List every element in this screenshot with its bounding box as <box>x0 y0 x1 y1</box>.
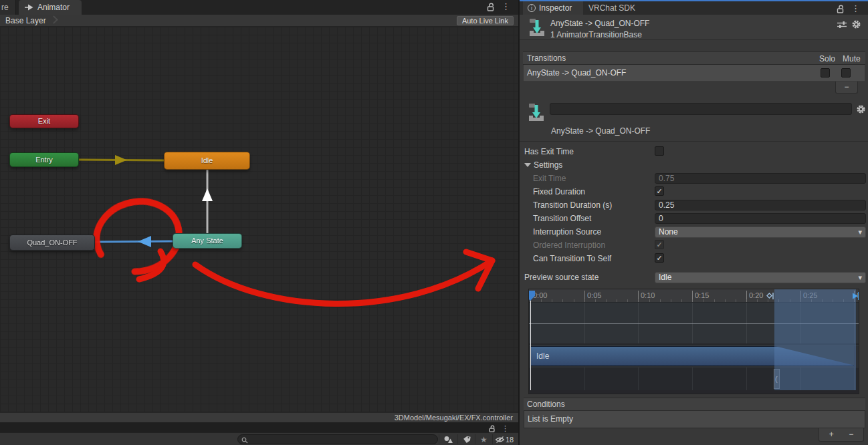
presets-sliders-icon[interactable] <box>837 21 847 29</box>
transition-properties: Has Exit Time Settings Exit Time 0.75 Fi… <box>520 144 868 287</box>
transition-end-handle[interactable] <box>851 291 859 301</box>
tick-label: 0:10 <box>641 291 655 299</box>
transition-name-input[interactable] <box>550 104 851 114</box>
red-annotation <box>90 194 492 303</box>
animator-breadcrumb-bar: Base Layer Auto Live Link <box>0 15 518 27</box>
unity-editor-window: re Animator ⋮ <box>0 0 868 445</box>
transition-timeline[interactable]: 0:00 0:05 0:10 0:15 0:20 0:25 0:30 <box>528 289 859 394</box>
transition-arrows <box>0 27 518 412</box>
tab-animator[interactable]: Animator <box>19 0 82 15</box>
state-node-exit[interactable]: Exit <box>9 114 79 128</box>
foldout-arrow-icon <box>524 163 531 167</box>
star-icon: ★ <box>480 436 487 444</box>
interruption-source-label: Interruption Source <box>533 227 601 237</box>
can-transition-checkbox[interactable]: ✓ <box>655 253 664 263</box>
timeline-curve-area <box>529 303 859 345</box>
transition-detail-block: AnyState -> Quad_ON-OFF <box>520 100 868 142</box>
kebab-menu-icon[interactable]: ⋮ <box>502 2 510 11</box>
conditions-section-header: Conditions <box>524 398 865 411</box>
solo-column-label: Solo <box>819 53 835 65</box>
tab-vrchat-sdk[interactable]: VRChat SDK <box>586 1 644 15</box>
property-row-has-exit-time: Has Exit Time <box>520 146 868 158</box>
remove-transition-button[interactable]: − <box>835 82 858 94</box>
search-icon <box>241 437 248 444</box>
property-row-preview-source: Preview source state Idle ▾ <box>520 271 868 283</box>
state-node-entry[interactable]: Entry <box>9 152 79 167</box>
clipped-clip-bar[interactable]: ( <box>774 369 780 389</box>
lock-icon[interactable] <box>837 5 845 13</box>
animator-tab-icon <box>25 4 34 11</box>
bottom-dock-header: ⋮ <box>0 422 518 432</box>
add-condition-button[interactable]: + <box>823 428 840 440</box>
transition-detail-label: AnyState -> Quad_ON-OFF <box>551 126 650 136</box>
preview-source-value: Idle <box>659 273 671 282</box>
state-node-quad-on-off[interactable]: Quad_ON-OFF <box>9 235 95 251</box>
solo-checkbox[interactable] <box>821 68 830 78</box>
state-machine-graph[interactable]: Exit Entry Idle Quad_ON-OFF Any State <box>0 27 518 412</box>
kebab-menu-icon[interactable]: ⋮ <box>851 4 860 13</box>
has-exit-time-checkbox[interactable] <box>655 146 664 156</box>
tick-label: 0:20 <box>749 291 763 299</box>
favorites-star-icon-button[interactable]: ★ <box>475 434 492 444</box>
search-input[interactable] <box>250 435 435 444</box>
blend-curve-line <box>529 323 859 324</box>
remove-condition-button[interactable]: − <box>843 428 860 440</box>
timeline-ruler[interactable]: 0:00 0:05 0:10 0:15 0:20 0:25 0:30 <box>529 289 859 303</box>
playhead-line <box>530 301 531 390</box>
settings-label: Settings <box>534 160 562 170</box>
inspector-subtitle: 1 AnimatorTransitionBase <box>550 30 642 39</box>
transition-row-label: AnyState -> Quad_ON-OFF <box>527 68 626 78</box>
transition-duration-input[interactable]: 0.25 <box>655 200 866 210</box>
preview-source-dropdown[interactable]: Idle ▾ <box>655 272 866 283</box>
transitions-title: Transitions <box>527 53 566 63</box>
state-node-any-state[interactable]: Any State <box>173 233 242 249</box>
interruption-source-dropdown[interactable]: None ▾ <box>655 227 866 238</box>
transition-list-row[interactable]: AnyState -> Quad_ON-OFF <box>524 65 865 82</box>
has-exit-time-label: Has Exit Time <box>524 147 574 156</box>
animator-tabbar: re Animator ⋮ <box>0 0 518 15</box>
ordered-interruption-checkbox[interactable]: ✓ <box>655 240 664 249</box>
inspector-panel: i Inspector VRChat SDK ⋮ <box>518 0 868 445</box>
lock-icon[interactable] <box>489 425 496 432</box>
timeline-bottom-strip <box>529 390 859 394</box>
hidden-objects-toggle[interactable]: 18 <box>492 434 519 444</box>
transition-name-field[interactable] <box>550 103 852 115</box>
property-row-exit-time: Exit Time 0.75 <box>520 172 868 184</box>
transition-offset-label: Transition Offset <box>533 214 591 223</box>
mute-checkbox[interactable] <box>841 68 851 78</box>
tick-label: 0:00 <box>533 291 547 299</box>
ordered-interruption-label: Ordered Interruption <box>533 241 605 250</box>
exit-time-label: Exit Time <box>533 174 566 183</box>
timeline-clip-row-2: ( <box>529 367 859 390</box>
transition-start-handle[interactable] <box>766 292 774 300</box>
inspector-header: AnyState -> Quad_ON-OFF 1 AnimatorTransi… <box>520 15 868 40</box>
tab-inspector[interactable]: i Inspector <box>523 1 583 15</box>
kebab-menu-icon[interactable]: ⋮ <box>502 424 509 433</box>
inspector-title: AnyState -> Quad_ON-OFF <box>550 19 649 28</box>
inspector-tabbar: i Inspector VRChat SDK ⋮ <box>520 1 868 15</box>
fixed-duration-label: Fixed Duration <box>533 187 585 196</box>
animator-transition-icon <box>528 103 545 122</box>
exit-time-input[interactable]: 0.75 <box>655 173 866 184</box>
label-tag-icon-button[interactable] <box>457 434 475 444</box>
tab-partial[interactable]: re <box>0 0 16 15</box>
settings-foldout[interactable]: Settings <box>520 159 868 171</box>
auto-live-link-button[interactable]: Auto Live Link <box>457 16 514 25</box>
breadcrumb[interactable]: Base Layer <box>5 15 46 26</box>
transitions-section-header: Transitions Solo Mute <box>523 51 865 65</box>
state-node-idle[interactable]: Idle <box>164 152 250 170</box>
property-row-transition-offset: Transition Offset 0 <box>520 212 868 225</box>
hidden-count: 18 <box>506 436 514 444</box>
transition-offset-input[interactable]: 0 <box>655 213 866 224</box>
tick-label: 0:15 <box>695 291 709 299</box>
pick-filter-icon-button[interactable] <box>439 434 456 444</box>
tab-animator-label: Animator <box>37 3 70 12</box>
lock-icon[interactable] <box>487 3 495 11</box>
gear-icon[interactable] <box>857 105 865 114</box>
search-field[interactable] <box>237 434 438 444</box>
gear-icon[interactable] <box>852 20 861 29</box>
tab-inspector-label: Inspector <box>539 3 572 13</box>
conditions-list-footer: + − <box>819 428 864 442</box>
eye-slash-icon <box>495 436 505 444</box>
fixed-duration-checkbox[interactable]: ✓ <box>655 186 664 196</box>
